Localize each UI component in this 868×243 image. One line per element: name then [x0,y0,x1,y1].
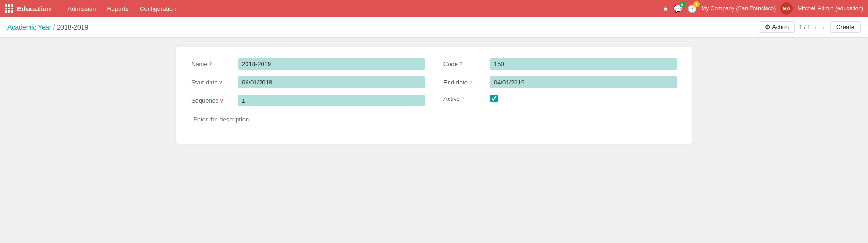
next-page-button[interactable]: › [820,23,826,32]
end-date-help-icon[interactable]: ? [469,80,472,85]
top-menu: Admission Reports Configuration [63,3,181,14]
name-help-icon[interactable]: ? [209,61,212,67]
code-row: Code ? [443,58,677,70]
action-button[interactable]: ⚙ Action [759,21,795,33]
company-name: My Company (San Francisco) [702,5,776,12]
end-date-input[interactable] [490,76,677,88]
name-label: Name ? [191,61,238,68]
activity-badge: 3 [693,1,700,7]
username: Mitchell Admin (education) [797,5,863,12]
active-row: Active ? [443,95,677,102]
activity-icon[interactable]: 🕐 3 [688,4,697,13]
app-logo[interactable]: Education [5,4,59,13]
description-row [191,113,425,126]
menu-configuration[interactable]: Configuration [135,3,180,14]
name-input[interactable] [238,58,425,70]
settings-icon[interactable]: ★ [662,4,669,13]
end-date-row: End date ? [443,76,677,88]
end-date-label: End date ? [443,79,490,86]
messages-badge: 5 [679,1,686,7]
form-card: Name ? Start date ? Sequence ? [176,47,692,144]
grid-icon [5,4,13,13]
code-label: Code ? [443,61,490,68]
form-grid: Name ? Start date ? Sequence ? [191,58,677,132]
top-right-actions: ★ 💬 5 🕐 3 My Company (San Francisco) MA … [662,2,863,15]
start-date-label: Start date ? [191,79,238,86]
page-info: 1 / 1 [799,23,810,30]
start-date-row: Start date ? [191,76,425,88]
app-name: Education [17,5,51,13]
start-date-help-icon[interactable]: ? [219,80,222,85]
menu-admission[interactable]: Admission [63,3,101,14]
avatar[interactable]: MA [780,2,793,15]
sequence-input[interactable] [238,95,425,106]
code-help-icon[interactable]: ? [459,61,462,67]
page-navigation: 1 / 1 ‹ › [799,23,826,32]
description-input[interactable] [191,113,425,126]
start-date-input[interactable] [238,76,425,88]
breadcrumb-bar: Academic Year / 2018-2019 ⚙ Action 1 / 1… [0,17,868,38]
name-row: Name ? [191,58,425,70]
breadcrumb-separator: / [53,23,55,31]
active-checkbox-wrapper [490,95,498,102]
form-left-column: Name ? Start date ? Sequence ? [191,58,425,132]
messages-icon[interactable]: 💬 5 [673,4,683,13]
top-navigation: Education Admission Reports Configuratio… [0,0,868,17]
prev-page-button[interactable]: ‹ [813,23,819,32]
breadcrumb-actions: ⚙ Action 1 / 1 ‹ › Create [759,21,861,33]
breadcrumb-parent[interactable]: Academic Year [7,23,51,31]
main-content: Name ? Start date ? Sequence ? [0,38,868,243]
create-button[interactable]: Create [830,21,861,33]
sequence-label: Sequence ? [191,97,238,104]
breadcrumb-current: 2018-2019 [57,23,88,31]
active-label: Active ? [443,95,490,102]
form-right-column: Code ? End date ? Active ? [443,58,677,132]
code-input[interactable] [490,58,677,70]
breadcrumb: Academic Year / 2018-2019 [7,23,88,31]
sequence-help-icon[interactable]: ? [220,98,223,104]
sequence-row: Sequence ? [191,95,425,106]
menu-reports[interactable]: Reports [102,3,133,14]
active-checkbox[interactable] [490,95,498,102]
active-help-icon[interactable]: ? [461,96,464,101]
